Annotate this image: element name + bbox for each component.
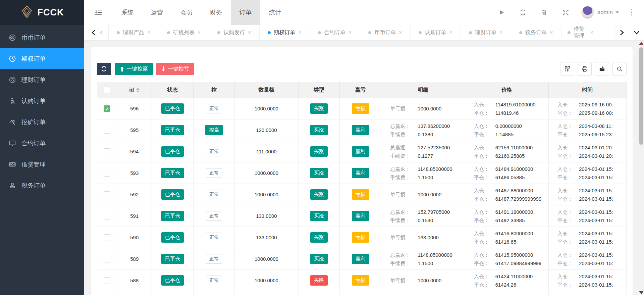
topnav-item[interactable]: 统计 <box>260 0 290 25</box>
price-line: 入仓：61491.19000000 <box>474 208 548 216</box>
price-cell: 入仓：61468.75000000 <box>465 291 548 295</box>
sidebar-item-label: 币币订单 <box>21 34 46 42</box>
time-cell: 入仓：2024-03-01 20:平仓：2024-03-01 20: <box>548 141 626 162</box>
tab-dot-icon <box>217 31 220 34</box>
tab-close-icon[interactable]: × <box>348 30 352 36</box>
refresh-icon[interactable] <box>512 9 534 16</box>
row-checkbox[interactable] <box>104 277 110 284</box>
tab[interactable]: 期权订单 × <box>259 25 310 40</box>
tab[interactable]: 币币订单 × <box>360 25 410 40</box>
tabs-menu-icon[interactable] <box>629 31 644 35</box>
amount-value: 1000.0000 <box>235 184 298 205</box>
tabs-scroll-right-icon[interactable] <box>614 30 629 36</box>
time-line: 平仓：2024-03-01 15: <box>557 195 626 203</box>
detail-line-value: 133.0000 <box>418 233 439 242</box>
page-scrollbar[interactable] <box>638 41 644 295</box>
menu-fold-icon[interactable] <box>84 9 113 16</box>
tab-label: 借贷管理 <box>574 26 587 40</box>
sidebar-menu: 币币订单 期权订单 理财订单 认购订单 挖矿订单 合约订单 借贷管理 税务订单 <box>0 25 84 196</box>
tab-close-icon[interactable]: × <box>499 30 502 36</box>
tab-label: 理财订单 <box>475 29 496 36</box>
tab-close-icon[interactable]: × <box>550 30 553 36</box>
sort-icon[interactable] <box>136 88 140 93</box>
trash-icon[interactable] <box>534 9 555 16</box>
order-id: 587 <box>117 291 152 295</box>
row-checkbox[interactable] <box>104 234 110 241</box>
price-cell: 入仓：114819.61000000平仓：114819.46 <box>465 98 548 119</box>
tabbar: 理财产品 × 矿机列表 × 认购发行 × 期权订单 × 合约订单 × 币币订单 … <box>84 25 644 41</box>
tab-close-icon[interactable]: × <box>590 30 593 36</box>
topnav-item[interactable]: 财务 <box>201 0 231 25</box>
force-win-button[interactable]: 一键控赢 <box>115 63 153 75</box>
tab[interactable]: 合约订单 × <box>310 25 360 40</box>
tab-close-icon[interactable]: × <box>399 30 402 36</box>
sidebar-item[interactable]: 期权订单 <box>0 48 84 69</box>
detail-line-label: 总赢返： <box>390 251 414 259</box>
topnav-item[interactable]: 会员 <box>172 0 201 25</box>
price-line-value: 61417.09884999999 <box>495 259 542 267</box>
detail-cell: 单亏损：133.0000 <box>381 227 465 248</box>
col-status: 状态 <box>152 82 194 98</box>
price-line-value: 1.14885 <box>495 130 514 139</box>
tab-close-icon[interactable]: × <box>248 30 251 36</box>
time-line-value: 2025-09-15 23: <box>579 130 613 139</box>
refresh-button[interactable] <box>97 63 111 75</box>
columns-filter-icon[interactable] <box>560 62 574 76</box>
tab[interactable]: 矿机列表 × <box>159 25 209 40</box>
status-badge: 已平仓 <box>161 232 184 243</box>
tabs-scroll-left2-icon[interactable] <box>100 30 103 35</box>
scroll-up-arrow-icon[interactable] <box>639 42 644 45</box>
row-checkbox[interactable] <box>104 148 110 155</box>
sidebar-item[interactable]: 税务订单 <box>0 175 84 196</box>
sidebar-item[interactable]: 认购订单 <box>0 90 84 111</box>
force-lose-button[interactable]: 一键控亏 <box>156 63 194 75</box>
search-icon[interactable] <box>612 62 627 76</box>
tab-close-icon[interactable]: × <box>198 30 201 36</box>
sidebar-item[interactable]: 借贷管理 <box>0 154 84 175</box>
col-id[interactable]: id <box>129 87 134 93</box>
topnav-item[interactable]: 运营 <box>142 0 172 25</box>
row-checkbox[interactable] <box>104 256 110 262</box>
detail-cell: 单亏损：1000.0000 <box>381 184 465 205</box>
more-options-icon[interactable]: ⋮ <box>619 8 639 17</box>
tab[interactable]: 理财订单 × <box>461 25 511 40</box>
tab[interactable]: 认购发行 × <box>209 25 259 40</box>
export-icon[interactable] <box>595 62 609 76</box>
sidebar-item[interactable]: 合约订单 <box>0 133 84 154</box>
sidebar-item[interactable]: 挖矿订单 <box>0 111 84 133</box>
tab-close-icon[interactable]: × <box>449 30 452 36</box>
topnav-item[interactable]: 订单 <box>231 0 260 25</box>
topnav-item[interactable]: 系统 <box>113 0 142 25</box>
user-menu[interactable]: admin <box>597 9 619 16</box>
play-icon[interactable] <box>491 9 512 15</box>
sidebar-item[interactable]: 理财订单 <box>0 69 84 90</box>
tab[interactable]: 理财产品 × <box>108 25 159 40</box>
avatar[interactable] <box>581 6 594 19</box>
price-line: 平仓：62160.25885 <box>474 152 548 160</box>
scroll-down-arrow-icon[interactable] <box>639 291 644 294</box>
result-badge: 赢利 <box>352 168 369 178</box>
row-checkbox[interactable] <box>104 170 110 177</box>
time-line: 入仓：2024-03-01 15: <box>557 186 626 195</box>
tab[interactable]: 税务订单 × <box>511 25 561 40</box>
detail-line: 单亏损：1000.0000 <box>390 104 465 113</box>
control-badge: 正常 <box>206 190 222 199</box>
row-checkbox[interactable] <box>104 191 110 198</box>
row-checkbox[interactable] <box>104 213 110 219</box>
tab[interactable]: 认购订单 × <box>410 25 461 40</box>
row-checkbox[interactable] <box>104 127 110 134</box>
topnav-item-label: 系统 <box>121 8 133 16</box>
sidebar-item[interactable]: 币币订单 <box>0 27 84 48</box>
time-line: 入仓：2024-03-01 15: <box>557 165 626 173</box>
tab-close-icon[interactable]: × <box>298 30 301 36</box>
row-checkbox[interactable]: ✔ <box>104 105 110 112</box>
scrollbar-thumb[interactable] <box>639 47 643 145</box>
tab[interactable]: 借贷管理 × <box>561 25 593 40</box>
fullscreen-icon[interactable] <box>555 9 577 16</box>
detail-line: 手续费：0.1277 <box>390 152 465 160</box>
tabs-scroll-left-icon[interactable] <box>91 30 96 36</box>
tab-close-icon[interactable]: × <box>147 30 150 36</box>
print-icon[interactable] <box>578 62 592 76</box>
price-line-value: 61416.80000000 <box>495 229 533 238</box>
select-all-checkbox[interactable] <box>104 87 110 93</box>
